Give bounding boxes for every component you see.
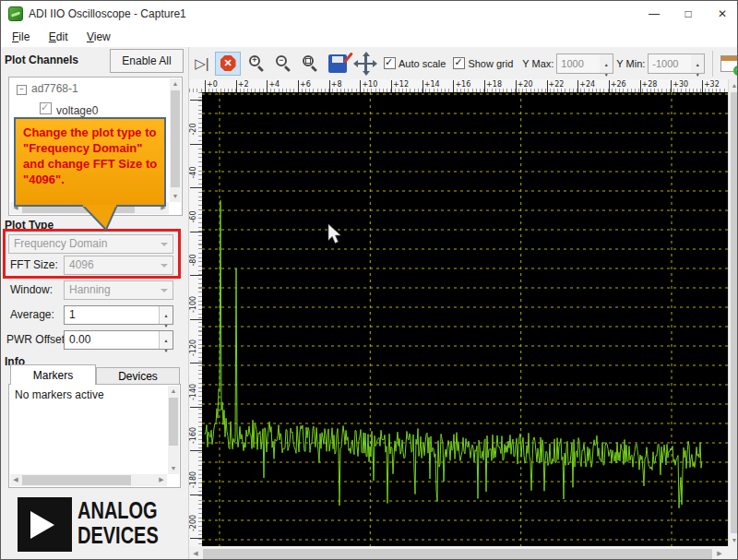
plot-hscrollbar[interactable]: ◀ ▶ [189,547,738,560]
tab-markers[interactable]: Markers [10,364,96,385]
window-label: Window: [10,283,53,296]
maximize-button[interactable]: □ [672,1,705,27]
x-tick-label: +30 [673,80,688,89]
spin-down-icon[interactable]: ▼ [600,66,613,75]
scroll-right-icon[interactable]: ▶ [156,474,167,485]
spin-down-icon[interactable]: ▼ [160,317,173,327]
device-name[interactable]: ad7768-1 [31,82,78,95]
show-grid-checkbox[interactable] [453,57,465,69]
spinner-buttons[interactable]: ▲▼ [691,54,704,73]
scroll-down-icon[interactable]: ▼ [168,463,179,474]
zoom-out-button[interactable]: − [274,54,294,74]
scroll-down-icon[interactable]: ▼ [729,535,738,546]
x-tick [577,80,578,92]
plot-type-dropdown[interactable]: Frequency Domain [8,234,173,254]
x-tick [360,80,361,92]
scroll-right-icon[interactable]: ▶ [714,548,725,559]
x-tick [453,80,454,92]
scroll-left-icon[interactable]: ◀ [190,548,201,559]
info-vscrollbar[interactable]: ▲ ▼ [168,386,179,474]
x-tick [516,80,517,92]
pan-button[interactable] [354,53,376,75]
scroll-down-icon[interactable]: ▼ [170,191,181,202]
spin-down-icon[interactable]: ▼ [160,342,173,351]
x-ruler: -2+0+2+4+6+8+10+12+14+16+18+20+22+24+26+… [189,79,728,92]
minimize-button[interactable]: — [637,1,671,27]
menu-view[interactable]: View [83,30,114,44]
x-tick-label: +16 [455,80,470,89]
spin-up-icon[interactable]: ▲ [600,55,613,65]
info-hscroll-thumb[interactable] [22,475,131,485]
scroll-up-icon[interactable]: ▲ [729,80,738,91]
y-tick-label: -180 [189,460,200,499]
fft-size-dropdown[interactable]: 4096 [64,256,173,275]
tree-vscrollbar[interactable]: ▲ ▼ [170,78,181,202]
fft-plot[interactable] [202,92,728,546]
spin-up-icon[interactable]: ▲ [691,55,704,65]
menu-file[interactable]: File [8,30,33,44]
x-tick-label: +12 [393,80,409,89]
x-tick-label: +0 [207,80,218,89]
zoom-in-button[interactable]: + [247,54,268,74]
analog-devices-logo-icon [18,497,72,552]
pwr-offset-spinbox[interactable]: 0.00 ▲▼ [64,330,173,350]
fft-size-value: 4096 [69,258,94,271]
callout-text: Change the plot type to "Frequency Domai… [23,125,157,186]
new-plot-button[interactable]: + [720,55,738,72]
x-tick [236,80,237,92]
stop-icon: ✕ [220,55,236,71]
save-button[interactable] [328,54,347,73]
spinner-buttons[interactable]: ▲▼ [159,331,173,349]
chevron-down-icon [161,264,168,268]
auto-scale-checkbox[interactable] [384,57,396,69]
pencil-icon [343,52,353,63]
tree-expander-icon[interactable]: − [17,85,27,95]
scroll-left-icon[interactable]: ◀ [10,474,21,485]
window-title: ADI IIO Oscilloscope - Capture1 [29,7,186,20]
enable-all-button[interactable]: Enable All [110,49,184,73]
average-spinbox[interactable]: 1 ▲▼ [64,305,173,325]
plot-vscrollbar[interactable]: ▲ ▼ [728,79,738,547]
stop-button[interactable]: ✕ [215,52,241,76]
x-tick-label: +22 [549,80,565,89]
capture-play-button[interactable]: ▷| [193,54,211,74]
plot-vscroll-thumb[interactable] [731,92,738,533]
close-button[interactable]: ✕ [706,1,738,27]
plot-type-label: Plot Type [5,219,54,232]
spin-up-icon[interactable]: ▲ [160,307,173,316]
spin-down-icon[interactable]: ▼ [691,66,704,75]
y-tick-label: -80 [189,241,200,280]
channel-checkbox[interactable] [40,102,52,114]
pwr-offset-value: 0.00 [69,333,90,346]
scroll-up-icon[interactable]: ▲ [168,386,179,397]
logo-line2: DEVICES [77,523,159,548]
plot-hscroll-thumb[interactable] [203,549,712,559]
title-bar[interactable]: ADI IIO Oscilloscope - Capture1 — □ ✕ [1,1,737,27]
x-tick-label: +6 [300,80,311,89]
logo-line1: ANALOG [77,498,159,523]
scroll-up-icon[interactable]: ▲ [170,78,181,89]
spinner-buttons[interactable]: ▲▼ [600,54,613,73]
y-tick-label: -120 [189,328,200,367]
spin-up-icon[interactable]: ▲ [160,332,173,341]
info-vscroll-thumb[interactable] [169,398,178,446]
window-dropdown[interactable]: Hanning [64,280,173,300]
plot-toolbar: ▷| ✕ + − Auto scale Show grid Y Max: 100… [189,47,738,79]
spinner-buttons[interactable]: ▲▼ [159,306,173,324]
tab-devices[interactable]: Devices [96,367,180,385]
y-max-spinbox[interactable]: 1000 ▲▼ [556,54,613,74]
window-value: Hanning [69,283,111,296]
y-tick-label: +0 [189,92,200,104]
tree-vscroll-thumb[interactable] [171,90,180,187]
x-tick [298,80,299,92]
x-tick-label: +2 [238,80,249,89]
menu-edit[interactable]: Edit [45,30,72,44]
x-tick-label: +14 [424,80,440,89]
x-tick [671,80,672,92]
x-tick-label: +8 [331,80,342,89]
show-grid-label: Show grid [468,58,513,69]
info-hscrollbar[interactable]: ◀ ▶ [10,474,167,486]
y-min-spinbox[interactable]: -1000 ▲▼ [648,54,705,74]
y-tick-label: -100 [189,285,200,324]
zoom-fit-button[interactable] [301,54,321,74]
